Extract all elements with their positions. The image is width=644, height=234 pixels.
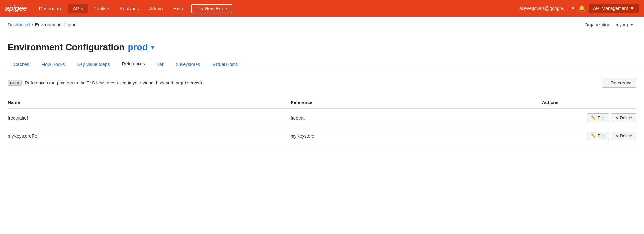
main-content: BETA References are pointers to the TLS …	[0, 70, 644, 153]
tab-references[interactable]: References	[116, 58, 151, 70]
tab-key-value-maps[interactable]: Key Value Maps	[71, 58, 116, 70]
breadcrumb-dashboard[interactable]: Dashboard	[8, 22, 30, 27]
top-navigation: apigee Dashboard APIs Publish Analytics …	[0, 0, 644, 17]
pencil-icon: ✏️	[591, 133, 596, 138]
nav-analytics[interactable]: Analytics	[115, 4, 143, 13]
page-header: Environment Configuration prod ▾	[0, 33, 644, 58]
table-row: freetrialref freetrial ✏️ Edit ✕ Delete	[8, 109, 636, 127]
try-new-edge-button[interactable]: Try New Edge	[191, 4, 232, 13]
info-bar: BETA References are pointers to the TLS …	[8, 78, 636, 88]
add-reference-button[interactable]: + Reference	[602, 78, 636, 88]
nav-right-section: adevegowda@google.... ▼ 🔔 API Management…	[519, 4, 639, 13]
page-title-text: Environment Configuration	[8, 42, 124, 53]
api-management-caret-icon: ▼	[630, 6, 634, 11]
x-icon: ✕	[615, 115, 619, 120]
org-label: Organization	[585, 22, 610, 27]
info-text: BETA References are pointers to the TLS …	[8, 80, 203, 86]
nav-help[interactable]: Help	[169, 4, 188, 13]
nav-apis[interactable]: APIs	[68, 4, 88, 13]
breadcrumb-environments: Environments	[35, 22, 62, 27]
table-row: myKeystoreRef myKeystore ✏️ Edit ✕ Delet…	[8, 127, 636, 145]
beta-badge: BETA	[8, 80, 22, 86]
user-dropdown-icon[interactable]: ▼	[571, 6, 575, 11]
nav-links: Dashboard APIs Publish Analytics Admin H…	[34, 4, 519, 13]
breadcrumb-sep-2: /	[64, 22, 66, 27]
nav-user-email[interactable]: adevegowda@google....	[519, 6, 568, 11]
x-icon: ✕	[615, 133, 619, 138]
references-table: Name Reference Actions freetrialref free…	[8, 97, 636, 145]
breadcrumb-sep-1: /	[32, 22, 33, 27]
pencil-icon: ✏️	[591, 115, 596, 120]
breadcrumb-bar: Dashboard / Environments / prod Organiza…	[0, 17, 644, 33]
cell-actions-1: ✏️ Edit ✕ Delete	[542, 127, 636, 145]
tab-flow-hooks[interactable]: Flow Hooks	[35, 58, 71, 70]
info-description: References are pointers to the TLS keyst…	[25, 80, 203, 85]
tab-tar[interactable]: Tar	[151, 58, 169, 70]
tab-virtual-hosts[interactable]: Virtual Hosts	[206, 58, 244, 70]
nav-dashboard[interactable]: Dashboard	[34, 4, 67, 13]
nav-publish[interactable]: Publish	[89, 4, 114, 13]
env-name: prod	[128, 42, 148, 53]
cell-name-0: freetrialref	[8, 109, 291, 127]
page-title: Environment Configuration prod ▾	[8, 42, 636, 53]
env-dropdown-caret-icon[interactable]: ▾	[151, 44, 154, 51]
nav-admin[interactable]: Admin	[145, 4, 168, 13]
org-selector: Organization myorg	[585, 21, 636, 29]
col-header-name: Name	[8, 97, 291, 109]
app-logo: apigee	[5, 4, 27, 13]
cell-reference-0: freetrial	[291, 109, 542, 127]
tab-s-keystores[interactable]: S Keystores	[170, 58, 206, 70]
delete-button-1[interactable]: ✕ Delete	[611, 132, 636, 140]
notifications-bell-icon[interactable]: 🔔	[578, 5, 585, 12]
tab-caches[interactable]: Caches	[8, 58, 35, 70]
cell-reference-1: myKeystore	[291, 127, 542, 145]
tabs-bar: Caches Flow Hooks Key Value Maps Referen…	[0, 58, 644, 70]
api-management-button[interactable]: API Management ▼	[589, 4, 639, 13]
cell-actions-0: ✏️ Edit ✕ Delete	[542, 109, 636, 127]
cell-name-1: myKeystoreRef	[8, 127, 291, 145]
edit-button-0[interactable]: ✏️ Edit	[587, 113, 609, 122]
breadcrumb-prod: prod	[68, 22, 77, 27]
col-header-reference: Reference	[291, 97, 542, 109]
delete-button-0[interactable]: ✕ Delete	[611, 113, 636, 122]
edit-button-1[interactable]: ✏️ Edit	[587, 132, 609, 140]
org-dropdown[interactable]: myorg	[613, 21, 636, 29]
breadcrumb: Dashboard / Environments / prod	[8, 22, 77, 27]
col-header-actions: Actions	[542, 97, 636, 109]
